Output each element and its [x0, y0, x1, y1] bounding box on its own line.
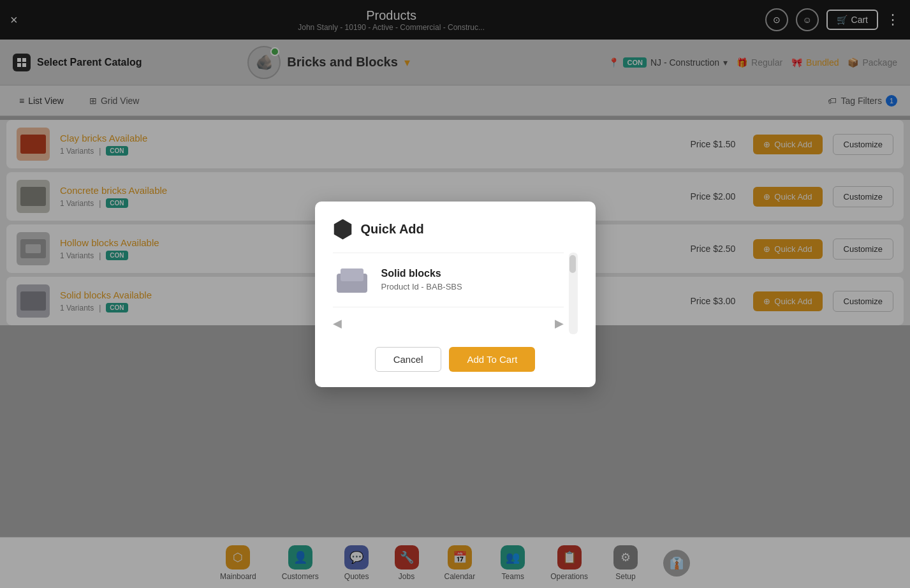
quick-add-modal: Quick Add Solid blocks Product Id - BAB-… — [315, 202, 596, 387]
scroll-navigation: ◀ ▶ — [333, 312, 564, 334]
modal-header: Quick Add — [333, 219, 578, 240]
add-to-cart-button[interactable]: Add To Cart — [449, 347, 535, 372]
modal-overlay: Quick Add Solid blocks Product Id - BAB-… — [0, 0, 910, 588]
cancel-button[interactable]: Cancel — [375, 347, 442, 372]
modal-product-details: Solid blocks Product Id - BAB-SBS — [381, 268, 462, 291]
modal-product-name: Solid blocks — [381, 268, 462, 279]
modal-title: Quick Add — [361, 222, 424, 237]
scroll-right-icon[interactable]: ▶ — [555, 316, 564, 330]
modal-product-image — [333, 261, 371, 299]
scrollbar-thumb[interactable] — [569, 255, 576, 273]
scroll-left-icon[interactable]: ◀ — [333, 316, 342, 330]
modal-hex-icon — [333, 219, 353, 240]
modal-footer: Cancel Add To Cart — [333, 347, 578, 372]
modal-product-id: Product Id - BAB-SBS — [381, 282, 462, 291]
modal-product: Solid blocks Product Id - BAB-SBS — [333, 253, 564, 307]
svg-rect-10 — [341, 268, 363, 281]
